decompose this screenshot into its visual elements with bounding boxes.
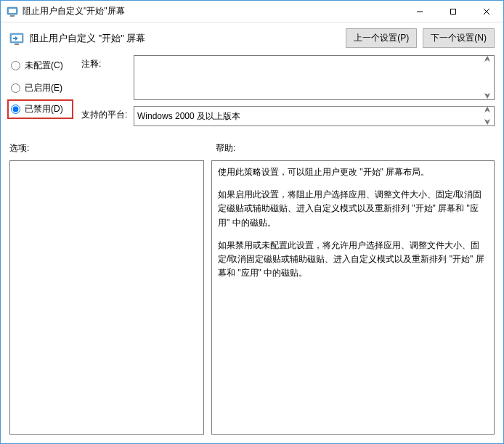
supported-platforms-box: Windows 2000 及以上版本 ⮝⮟ [134, 106, 495, 126]
radio-not-configured-label: 未配置(C) [25, 59, 63, 72]
platform-label: 支持的平台: [81, 106, 128, 126]
panels-row: 使用此策略设置，可以阻止用户更改 "开始" 屏幕布局。 如果启用此设置，将阻止用… [1, 157, 503, 443]
comment-label: 注释: [81, 55, 128, 100]
config-area: 未配置(C) 已启用(E) 已禁用(D) 注释: ⮝⮟ 支持的平台: Windo… [1, 52, 503, 126]
close-button[interactable] [470, 1, 503, 22]
radio-enabled-label: 已启用(E) [25, 82, 62, 94]
platform-scroll-icon: ⮝⮟ [482, 107, 492, 126]
minimize-button[interactable] [403, 1, 436, 22]
policy-icon [9, 31, 24, 46]
svg-rect-1 [9, 9, 16, 13]
titlebar: 阻止用户自定义"开始"屏幕 [1, 1, 503, 22]
fields-column: 注释: ⮝⮟ 支持的平台: Windows 2000 及以上版本 ⮝⮟ [81, 55, 495, 126]
previous-setting-button[interactable]: 上一个设置(P) [346, 28, 417, 48]
radio-enabled-input[interactable] [11, 83, 20, 93]
comment-scroll-icon: ⮝⮟ [482, 56, 492, 99]
radio-not-configured[interactable]: 未配置(C) [9, 58, 71, 73]
policy-title: 阻止用户自定义 "开始" 屏幕 [30, 32, 346, 45]
radio-not-configured-input[interactable] [11, 61, 20, 70]
help-paragraph: 如果启用此设置，将阻止用户选择应用、调整文件大小、固定/取消固定磁贴或辅助磁贴、… [218, 188, 488, 230]
maximize-button[interactable] [436, 1, 470, 22]
radio-disabled-input[interactable] [11, 104, 20, 114]
help-paragraph: 使用此策略设置，可以阻止用户更改 "开始" 屏幕布局。 [218, 165, 488, 179]
next-setting-button[interactable]: 下一个设置(N) [423, 28, 495, 48]
panel-labels: 选项: 帮助: [1, 126, 503, 157]
header: 阻止用户自定义 "开始" 屏幕 上一个设置(P) 下一个设置(N) [1, 22, 503, 52]
app-icon [7, 6, 18, 17]
state-radio-group: 未配置(C) 已启用(E) 已禁用(D) [9, 55, 71, 126]
policy-editor-window: 阻止用户自定义"开始"屏幕 阻止用户自定义 "开始" 屏幕 上一个设置( [0, 0, 504, 444]
window-controls [403, 1, 503, 22]
radio-disabled-label: 已禁用(D) [25, 103, 63, 115]
platform-value: Windows 2000 及以上版本 [137, 110, 240, 123]
options-panel [9, 160, 204, 435]
help-label: 帮助: [216, 142, 495, 155]
radio-enabled[interactable]: 已启用(E) [9, 81, 71, 96]
help-paragraph: 如果禁用或未配置此设置，将允许用户选择应用、调整文件大小、固定/取消固定磁贴或辅… [218, 239, 488, 281]
svg-rect-9 [15, 44, 19, 45]
svg-rect-4 [451, 9, 456, 14]
comment-textarea[interactable]: ⮝⮟ [134, 55, 495, 100]
radio-disabled[interactable]: 已禁用(D) [7, 99, 73, 119]
help-panel: 使用此策略设置，可以阻止用户更改 "开始" 屏幕布局。 如果启用此设置，将阻止用… [211, 160, 495, 435]
window-title: 阻止用户自定义"开始"屏幕 [23, 5, 403, 17]
options-label: 选项: [9, 142, 216, 155]
nav-buttons: 上一个设置(P) 下一个设置(N) [346, 28, 495, 48]
svg-rect-2 [10, 15, 15, 17]
